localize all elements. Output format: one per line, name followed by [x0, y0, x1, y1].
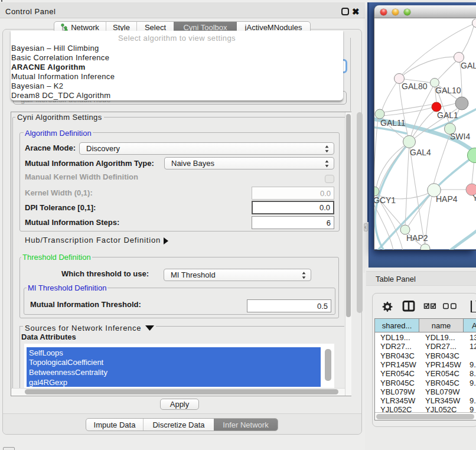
svg-text:HAP2: HAP2 — [406, 233, 428, 243]
svg-text:HAP4: HAP4 — [436, 194, 458, 204]
svg-text:GAL10: GAL10 — [435, 86, 461, 95]
svg-text:SWI4: SWI4 — [450, 132, 470, 141]
svg-text:GAL80: GAL80 — [402, 81, 428, 91]
svg-text:GAL7: GAL7 — [461, 61, 476, 70]
svg-text:GAL1: GAL1 — [437, 110, 458, 120]
svg-text:YB: YB — [472, 193, 476, 203]
svg-text:GAL11: GAL11 — [380, 118, 406, 128]
svg-text:GAL4: GAL4 — [410, 148, 431, 157]
svg-text:GCY1: GCY1 — [374, 195, 396, 205]
